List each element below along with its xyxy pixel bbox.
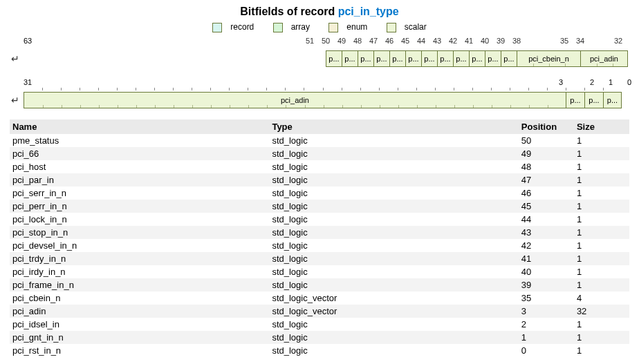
cell-name: pci_devsel_in_n — [10, 239, 269, 252]
cell-type: std_logic — [269, 344, 518, 357]
cell-position: 43 — [519, 226, 574, 239]
tick: 3 — [559, 78, 563, 86]
record-type-link[interactable]: pci_in_type — [338, 6, 399, 17]
cell-name: pci_serr_in_n — [10, 186, 269, 200]
cell-position: 50 — [519, 134, 574, 147]
col-type: Type — [269, 119, 518, 134]
cell-name: pci_perr_in_n — [10, 200, 269, 213]
cell-size: 1 — [574, 160, 629, 173]
cell-position: 3 — [519, 305, 574, 318]
cell-size: 1 — [574, 265, 629, 278]
cell-size: 1 — [574, 344, 629, 357]
bit-cell: p... — [437, 50, 453, 67]
cell-type: std_logic — [269, 252, 518, 265]
legend-record: record — [208, 22, 258, 32]
cell-size: 1 — [574, 134, 629, 147]
cell-type: std_logic_vector — [269, 305, 518, 318]
legend-array: array — [269, 22, 314, 32]
cell-size: 1 — [574, 226, 629, 239]
cell-type: std_logic — [269, 147, 518, 160]
bit-cell: p... — [566, 92, 584, 108]
table-row: pci_gnt_in_nstd_logic11 — [10, 331, 629, 344]
tick: 47 — [369, 37, 378, 45]
cell-type: std_logic — [269, 318, 518, 331]
cell-type: std_logic — [269, 278, 518, 291]
bit-cells: pci_adinp...p...p... — [24, 92, 622, 108]
cell-size: 1 — [574, 278, 629, 291]
bit-cell: p... — [373, 50, 389, 67]
table-row: pci_stop_in_nstd_logic431 — [10, 226, 629, 239]
tick: 42 — [449, 37, 457, 45]
legend-scalar: scalar — [382, 22, 431, 32]
cell-size: 1 — [574, 173, 629, 186]
bit-cells: p...p...p...p...p...p...p...p...p...p...… — [326, 50, 628, 67]
table-row: pci_idsel_instd_logic21 — [10, 318, 629, 331]
cell-size: 4 — [574, 291, 629, 305]
cell-size: 1 — [574, 318, 629, 331]
tick: 51 — [306, 37, 314, 45]
table-header-row: Name Type Position Size — [10, 119, 629, 134]
bit-cell: p... — [469, 50, 485, 67]
table-row: pci_cbein_nstd_logic_vector354 — [10, 291, 629, 305]
bit-cell: p... — [421, 50, 437, 67]
cell-size: 32 — [574, 305, 629, 318]
col-position: Position — [519, 119, 574, 134]
table-row: pci_irdy_in_nstd_logic401 — [10, 265, 629, 278]
bitfield-row-2: ↵ 31 3210 pci_adinp...p...p... — [11, 78, 628, 113]
cell-position: 35 — [519, 291, 574, 305]
tick: 41 — [465, 37, 473, 45]
cell-type: std_logic — [269, 186, 518, 200]
cell-position: 0 — [519, 344, 574, 357]
table-row: pci_66std_logic491 — [10, 147, 629, 160]
cell-type: std_logic — [269, 160, 518, 173]
page-title: Bitfields of record pci_in_type — [0, 6, 639, 18]
bit-cell: p... — [342, 50, 358, 67]
bit-cell: pci_adin — [580, 50, 628, 67]
cell-type: std_logic — [269, 226, 518, 239]
tick: 43 — [433, 37, 441, 45]
table-row: pci_hoststd_logic481 — [10, 160, 629, 173]
cell-position: 2 — [519, 318, 574, 331]
cell-type: std_logic — [269, 134, 518, 147]
bit-cell: p... — [389, 50, 405, 67]
table-row: pci_devsel_in_nstd_logic421 — [10, 239, 629, 252]
bit-cell: p... — [501, 50, 517, 67]
cell-position: 42 — [519, 239, 574, 252]
legend: record array enum scalar — [0, 22, 639, 32]
tick: 2 — [590, 78, 594, 86]
cell-name: pci_idsel_in — [10, 318, 269, 331]
table-row: pci_lock_in_nstd_logic441 — [10, 213, 629, 226]
cell-position: 39 — [519, 278, 574, 291]
bit-cell: p... — [603, 92, 622, 108]
cell-position: 47 — [519, 173, 574, 186]
cell-type: std_logic — [269, 265, 518, 278]
cell-size: 1 — [574, 200, 629, 213]
table-row: pci_serr_in_nstd_logic461 — [10, 186, 629, 200]
cell-name: pci_66 — [10, 147, 269, 160]
table-row: pci_trdy_in_nstd_logic411 — [10, 252, 629, 265]
cell-size: 1 — [574, 213, 629, 226]
tick: 40 — [481, 37, 489, 45]
cell-name: pci_stop_in_n — [10, 226, 269, 239]
scalar-swatch — [387, 23, 396, 32]
bit-cell: pci_cbein_n — [517, 50, 580, 67]
table-row: pci_par_instd_logic471 — [10, 173, 629, 186]
table-row: pci_frame_in_nstd_logic391 — [10, 278, 629, 291]
cell-name: pci_par_in — [10, 173, 269, 186]
cell-size: 1 — [574, 186, 629, 200]
cell-name: pci_trdy_in_n — [10, 252, 269, 265]
table-row: pci_adinstd_logic_vector332 — [10, 305, 629, 318]
tick: 39 — [497, 37, 505, 45]
tick: 32 — [614, 37, 622, 45]
tick: 35 — [560, 37, 568, 45]
tick: 49 — [337, 37, 346, 45]
cell-name: pci_lock_in_n — [10, 213, 269, 226]
tick: 44 — [417, 37, 425, 45]
cell-type: std_logic — [269, 331, 518, 344]
col-size: Size — [574, 119, 629, 134]
legend-enum: enum — [324, 22, 371, 32]
enum-swatch — [328, 23, 338, 32]
tick: 50 — [322, 37, 330, 45]
table-row: pci_rst_in_nstd_logic01 — [10, 344, 629, 357]
bit-label-63: 63 — [24, 37, 32, 45]
